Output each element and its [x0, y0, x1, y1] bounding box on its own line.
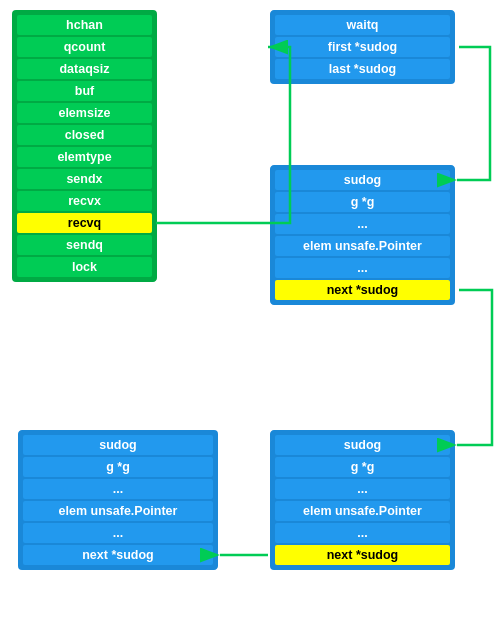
sudog-bl-field-5: next *sudog	[23, 545, 213, 565]
sudog-bottom-right-box: sudogg *g...elem unsafe.Pointer...next *…	[270, 430, 455, 570]
struct-box: hchanqcountdataqsizbufelemsizeclosedelem…	[12, 10, 157, 282]
struct-field-sendx: sendx	[17, 169, 152, 189]
struct-field-lock: lock	[17, 257, 152, 277]
sudog-top-field-4: ...	[275, 258, 450, 278]
struct-field-recvx: recvx	[17, 191, 152, 211]
struct-field-elemtype: elemtype	[17, 147, 152, 167]
sudog-br-field-5: next *sudog	[275, 545, 450, 565]
sudog-br-field-3: elem unsafe.Pointer	[275, 501, 450, 521]
waitq-field-1: first *sudog	[275, 37, 450, 57]
sudog-bl-field-0: sudog	[23, 435, 213, 455]
struct-field-buf: buf	[17, 81, 152, 101]
struct-field-hchan: hchan	[17, 15, 152, 35]
struct-field-qcount: qcount	[17, 37, 152, 57]
sudog-bl-field-3: elem unsafe.Pointer	[23, 501, 213, 521]
waitq-field-2: last *sudog	[275, 59, 450, 79]
struct-field-closed: closed	[17, 125, 152, 145]
sudog-top-field-5: next *sudog	[275, 280, 450, 300]
sudog-br-field-4: ...	[275, 523, 450, 543]
diagram: hchanqcountdataqsizbufelemsizeclosedelem…	[0, 0, 501, 627]
sudog-br-field-2: ...	[275, 479, 450, 499]
sudog-top-field-2: ...	[275, 214, 450, 234]
sudog-top-box: sudogg *g...elem unsafe.Pointer...next *…	[270, 165, 455, 305]
sudog-br-field-1: g *g	[275, 457, 450, 477]
waitq-box: waitqfirst *sudoglast *sudog	[270, 10, 455, 84]
sudog-top-field-0: sudog	[275, 170, 450, 190]
struct-field-sendq: sendq	[17, 235, 152, 255]
struct-field-elemsize: elemsize	[17, 103, 152, 123]
sudog-bl-field-2: ...	[23, 479, 213, 499]
struct-field-dataqsiz: dataqsiz	[17, 59, 152, 79]
sudog-top-field-3: elem unsafe.Pointer	[275, 236, 450, 256]
sudog-bottom-left-box: sudogg *g...elem unsafe.Pointer...next *…	[18, 430, 218, 570]
sudog-bl-field-4: ...	[23, 523, 213, 543]
sudog-bl-field-1: g *g	[23, 457, 213, 477]
sudog-top-field-1: g *g	[275, 192, 450, 212]
sudog-br-field-0: sudog	[275, 435, 450, 455]
struct-field-recvq: recvq	[17, 213, 152, 233]
waitq-field-0: waitq	[275, 15, 450, 35]
